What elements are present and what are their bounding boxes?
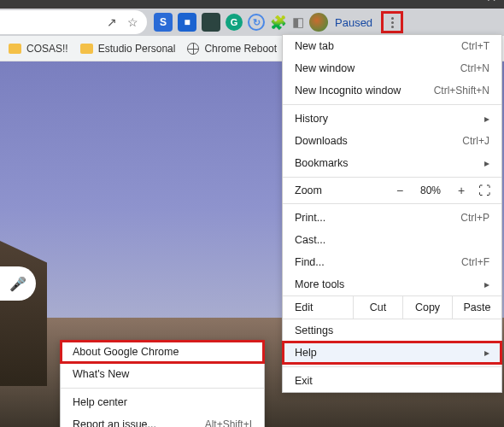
bookmark-label: Estudio Personal: [98, 43, 176, 55]
fullscreen-icon[interactable]: ⛶: [476, 184, 493, 197]
menu-separator: [61, 388, 264, 389]
menu-item-new-window[interactable]: New window Ctrl+N: [283, 57, 501, 79]
zoom-level: 80%: [414, 184, 447, 196]
chevron-right-icon: ▸: [484, 278, 489, 290]
menu-label: Edit: [283, 296, 353, 319]
browser-toolbar: ↗ ☆ S ■ G ↻ 🧩 ◧ Paused ✕: [0, 7, 504, 36]
sync-paused-label[interactable]: Paused: [335, 16, 372, 29]
submenu-label: What's New: [73, 368, 129, 380]
address-bar[interactable]: ↗ ☆: [0, 10, 147, 34]
mic-icon: 🎤: [9, 276, 26, 292]
menu-item-bookmarks[interactable]: Bookmarks ▸: [283, 152, 501, 174]
bookmark-item[interactable]: Chrome Reboot: [187, 43, 277, 55]
menu-separator: [283, 366, 501, 367]
menu-label: More tools: [295, 278, 478, 290]
menu-label: New window: [295, 62, 460, 74]
star-icon[interactable]: ☆: [127, 15, 138, 29]
extension-icon-square[interactable]: ◧: [292, 15, 304, 30]
extension-icon-refresh[interactable]: ↻: [248, 14, 265, 31]
globe-icon: [187, 43, 199, 55]
menu-item-zoom: Zoom − 80% + ⛶: [283, 180, 501, 201]
menu-label: Exit: [295, 375, 489, 387]
extension-icon-g[interactable]: [202, 13, 220, 32]
zoom-in-button[interactable]: +: [450, 184, 472, 197]
menu-item-new-tab[interactable]: New tab Ctrl+T: [283, 35, 501, 57]
submenu-label: Report an issue...: [73, 418, 156, 427]
menu-label: History: [295, 113, 478, 125]
bookmark-item[interactable]: Estudio Personal: [80, 43, 176, 55]
menu-label: New tab: [295, 40, 461, 52]
menu-shortcut: Ctrl+F: [461, 256, 489, 268]
menu-item-more-tools[interactable]: More tools ▸: [283, 273, 501, 295]
menu-label: Print...: [295, 212, 460, 224]
menu-label: Downloads: [295, 135, 462, 147]
menu-item-incognito[interactable]: New Incognito window Ctrl+Shift+N: [283, 79, 501, 102]
menu-shortcut: Ctrl+N: [460, 62, 489, 74]
menu-item-exit[interactable]: Exit: [283, 370, 501, 392]
edit-cut-button[interactable]: Cut: [353, 296, 402, 319]
chevron-right-icon: ▸: [484, 347, 489, 359]
menu-label: Settings: [295, 325, 489, 336]
menu-shortcut: Ctrl+J: [462, 135, 489, 147]
extensions-icon[interactable]: 🧩: [270, 15, 287, 31]
chevron-right-icon: ▸: [484, 157, 489, 169]
folder-icon: [9, 44, 21, 54]
voice-search-button[interactable]: 🎤: [0, 266, 36, 301]
submenu-label: Help center: [73, 396, 127, 408]
bookmark-item[interactable]: COSAS!!: [9, 43, 68, 55]
profile-avatar[interactable]: [309, 13, 328, 32]
extension-icon-grammarly[interactable]: G: [226, 14, 243, 31]
main-menu-button[interactable]: [381, 11, 403, 33]
menu-label: Bookmarks: [295, 157, 478, 169]
bookmark-label: COSAS!!: [26, 43, 68, 55]
window-titlebar: [0, 0, 504, 7]
menu-item-find[interactable]: Find... Ctrl+F: [283, 251, 501, 273]
zoom-out-button[interactable]: −: [389, 184, 411, 197]
help-submenu: About Google Chrome What's New Help cent…: [60, 340, 265, 427]
menu-item-print[interactable]: Print... Ctrl+P: [283, 207, 501, 229]
extension-icons: S ■ G ↻ 🧩 ◧ Paused: [154, 13, 372, 32]
menu-item-cast[interactable]: Cast...: [283, 229, 501, 251]
menu-separator: [283, 203, 501, 204]
submenu-item-report-issue[interactable]: Report an issue... Alt+Shift+I: [61, 413, 264, 427]
submenu-item-whats-new[interactable]: What's New: [61, 363, 264, 385]
folder-icon: [80, 44, 93, 54]
menu-item-history[interactable]: History ▸: [283, 108, 501, 130]
menu-label: Cast...: [295, 234, 489, 246]
menu-label: Help: [295, 347, 478, 359]
kebab-icon: [391, 17, 394, 28]
menu-shortcut: Ctrl+T: [461, 40, 489, 52]
menu-label: Find...: [295, 256, 461, 268]
submenu-label: About Google Chrome: [73, 346, 179, 358]
menu-item-settings[interactable]: Settings: [283, 319, 501, 342]
share-icon[interactable]: ↗: [107, 15, 117, 29]
window-close-icon[interactable]: ✕: [486, 0, 497, 5]
bookmark-label: Chrome Reboot: [204, 43, 277, 55]
menu-shortcut: Ctrl+Shift+N: [434, 85, 489, 97]
menu-label: Zoom: [291, 184, 385, 196]
menu-item-edit: Edit Cut Copy Paste: [283, 295, 501, 319]
submenu-shortcut: Alt+Shift+I: [205, 418, 252, 427]
background-decoration: [0, 241, 47, 386]
main-menu: New tab Ctrl+T New window Ctrl+N New Inc…: [282, 34, 502, 393]
extension-icon-s[interactable]: S: [154, 13, 173, 32]
menu-shortcut: Ctrl+P: [460, 212, 489, 224]
extension-icon-meet[interactable]: ■: [178, 13, 196, 32]
menu-item-downloads[interactable]: Downloads Ctrl+J: [283, 130, 501, 152]
menu-separator: [283, 177, 501, 178]
chevron-right-icon: ▸: [484, 113, 489, 125]
menu-item-help[interactable]: Help ▸: [283, 342, 501, 364]
menu-label: New Incognito window: [295, 85, 434, 97]
menu-separator: [283, 104, 501, 105]
submenu-item-about[interactable]: About Google Chrome: [61, 341, 264, 363]
edit-paste-button[interactable]: Paste: [452, 296, 501, 319]
edit-copy-button[interactable]: Copy: [402, 296, 452, 319]
submenu-item-help-center[interactable]: Help center: [61, 391, 264, 413]
